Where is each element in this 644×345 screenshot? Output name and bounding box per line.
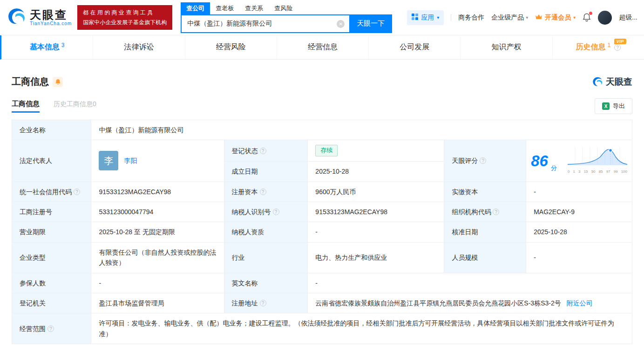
tianyancha-watermark: 天眼查: [592, 76, 632, 88]
nav-business-cooperation[interactable]: 商务合作: [458, 14, 484, 22]
insured-count-label: 参保人数: [12, 273, 91, 293]
table-row: 登记机关 盈江县市场监督管理局 注册地址? 云南省德宏傣族景颇族自治州盈江县平原…: [12, 293, 632, 313]
tab-operating-info-label: 经营信息: [308, 42, 338, 52]
industry-value: 电力、热力生产和供应业: [308, 242, 444, 273]
apps-caret-icon: ▾: [437, 15, 439, 20]
org-code-value: MAG2ECAY-9: [526, 202, 632, 222]
table-row: 营业期限 2025-10-28 至 无固定期限 纳税人资质 - 核准日期 202…: [12, 222, 632, 242]
clear-search-icon[interactable]: ✕: [337, 20, 345, 28]
table-row: 法定代表人 李 李阳 登记状态? 存续 天眼评分?: [12, 140, 632, 162]
legal-rep-name-link[interactable]: 李阳: [124, 156, 137, 166]
nav-enterprise-products[interactable]: 企业级产品 ▾: [491, 14, 528, 22]
table-row: 工商注册号 533123000047794 纳税人识别号? 91533123MA…: [12, 202, 632, 222]
company-name-label: 企业名称: [12, 120, 91, 140]
english-name-value: -: [308, 273, 632, 293]
taxpayer-id-help-icon[interactable]: ?: [273, 209, 279, 215]
score-distribution-chart: 0131550859799100: [568, 147, 627, 175]
tab-basic-info-label: 基本信息: [30, 42, 60, 52]
user-avatar[interactable]: [598, 11, 612, 25]
search-tab-company[interactable]: 查公司: [181, 2, 210, 14]
search-tab-boss[interactable]: 查老板: [210, 2, 239, 14]
tianyancha-logo-icon: [7, 7, 26, 28]
english-name-label: 英文名称: [224, 273, 308, 293]
table-row: 统一社会信用代码? 91533123MAG2ECAY98 注册资本? 9600万…: [12, 182, 632, 202]
reg-capital-help-icon[interactable]: ?: [260, 189, 266, 195]
score-unit: 分: [551, 163, 557, 173]
credit-code-help-icon[interactable]: ?: [74, 189, 80, 195]
tab-history-info[interactable]: VIP 历史信息 1 ?: [553, 35, 644, 59]
score-help-icon[interactable]: ?: [480, 157, 486, 164]
business-term-value: 2025-10-28 至 无固定期限: [91, 222, 224, 242]
search-tab-risk[interactable]: 查风险: [269, 2, 298, 14]
tab-legal-litigation[interactable]: 法律诉讼: [93, 35, 185, 59]
notification-bell[interactable]: [583, 13, 591, 22]
reg-authority-label: 登记机关: [12, 293, 91, 313]
vip-label: 开通会员: [545, 14, 571, 22]
tab-intellectual-property-label: 知识产权: [492, 42, 522, 52]
score-label-cell: 天眼评分?: [444, 140, 526, 182]
export-button[interactable]: X 导出: [595, 98, 632, 114]
tab-operating-risk-label: 经营风险: [216, 42, 246, 52]
nearby-companies-link[interactable]: 附近公司: [567, 299, 593, 307]
apps-menu[interactable]: 应用 ▾: [407, 10, 444, 25]
legal-rep-avatar[interactable]: 李: [99, 151, 118, 170]
tab-intellectual-property[interactable]: 知识产权: [461, 35, 552, 59]
taxpayer-quality-value: -: [308, 222, 444, 242]
score-cell: 86 分: [526, 140, 632, 182]
credit-code-label-cell: 统一社会信用代码?: [12, 182, 91, 202]
reg-number-label: 工商注册号: [12, 202, 91, 222]
export-label: 导出: [613, 102, 625, 110]
reg-address-value: 云南省德宏傣族景颇族自治州盈江县平原镇允燕居民委员会允燕花园小区S-3栋S3-2…: [315, 299, 561, 307]
approval-date-value: 2025-10-28: [526, 222, 632, 242]
tab-basic-info-count: 3: [61, 42, 65, 48]
reg-address-label: 注册地址: [232, 299, 258, 307]
apps-label: 应用: [421, 14, 434, 22]
subtab-history-business-info[interactable]: 历史工商信息0: [54, 100, 96, 113]
nav-open-vip[interactable]: 开通会员 ▾: [535, 14, 576, 22]
search-button[interactable]: 天眼一下: [349, 14, 392, 33]
org-code-label: 组织机构代码: [452, 208, 491, 216]
taxpayer-id-label-cell: 纳税人识别号?: [224, 202, 308, 222]
reg-number-value: 533123000047794: [91, 202, 224, 222]
taxpayer-id-value: 91533123MAG2ECAY98: [308, 202, 444, 222]
crown-icon: [535, 14, 542, 21]
search-input[interactable]: [181, 14, 349, 33]
reg-status-value: 存续: [308, 140, 444, 162]
tab-operating-info[interactable]: 经营信息: [277, 35, 369, 59]
org-code-help-icon[interactable]: ?: [493, 209, 499, 215]
vip-caret-icon: ▾: [573, 15, 576, 20]
reg-status-label: 登记状态: [232, 147, 258, 155]
tab-company-development[interactable]: 公司发展: [369, 35, 461, 59]
reg-address-help-icon[interactable]: ?: [260, 300, 266, 306]
history-help-icon[interactable]: ?: [614, 44, 621, 51]
reg-authority-value: 盈江县市场监督管理局: [91, 293, 224, 313]
insured-count-value: -: [91, 273, 224, 293]
org-code-label-cell: 组织机构代码?: [444, 202, 526, 222]
search-tab-relation[interactable]: 查关系: [239, 2, 269, 14]
tab-basic-info[interactable]: 基本信息 3: [1, 35, 93, 59]
subtab-business-info[interactable]: 工商信息: [12, 100, 40, 113]
business-scope-help-icon[interactable]: ?: [47, 325, 54, 332]
watermark-text: 天眼查: [606, 76, 632, 88]
establish-date-value: 2025-10-28: [308, 162, 444, 182]
tab-company-development-label: 公司发展: [400, 42, 429, 52]
subscribe-bell-icon[interactable]: [53, 77, 63, 87]
reg-address-cell: 云南省德宏傣族景颇族自治州盈江县平原镇允燕居民委员会允燕花园小区S-3栋S3-2…: [308, 293, 632, 313]
reg-status-help-icon[interactable]: ?: [260, 148, 266, 154]
tianyancha-logo[interactable]: 天眼查 TianYanCha.com: [7, 7, 72, 28]
slogan-line2: 国家中小企业发展子基金旗下机构: [83, 18, 167, 27]
approval-date-label: 核准日期: [444, 222, 526, 242]
section-title: 工商信息: [12, 75, 49, 88]
staff-size-label: 人员规模: [444, 242, 526, 273]
tab-history-info-count: 1: [607, 42, 610, 48]
establish-date-label: 成立日期: [224, 162, 308, 182]
table-row: 企业类型 有限责任公司（非自然人投资或控股的法人独资） 行业 电力、热力生产和供…: [12, 242, 632, 273]
reg-capital-label: 注册资本: [232, 188, 258, 196]
score-value: 86: [531, 153, 548, 169]
main-content: 工商信息 天眼查 工商信息 历史工商信息0 X 导出: [0, 75, 644, 344]
top-header: 天眼查 TianYanCha.com 都 在 用 的 商 业 查 询 工 具 国…: [0, 0, 644, 35]
user-name[interactable]: 超级...: [619, 14, 637, 22]
business-scope-label: 经营范围: [20, 325, 46, 332]
industry-label: 行业: [224, 242, 308, 273]
tab-operating-risk[interactable]: 经营风险: [185, 35, 277, 59]
